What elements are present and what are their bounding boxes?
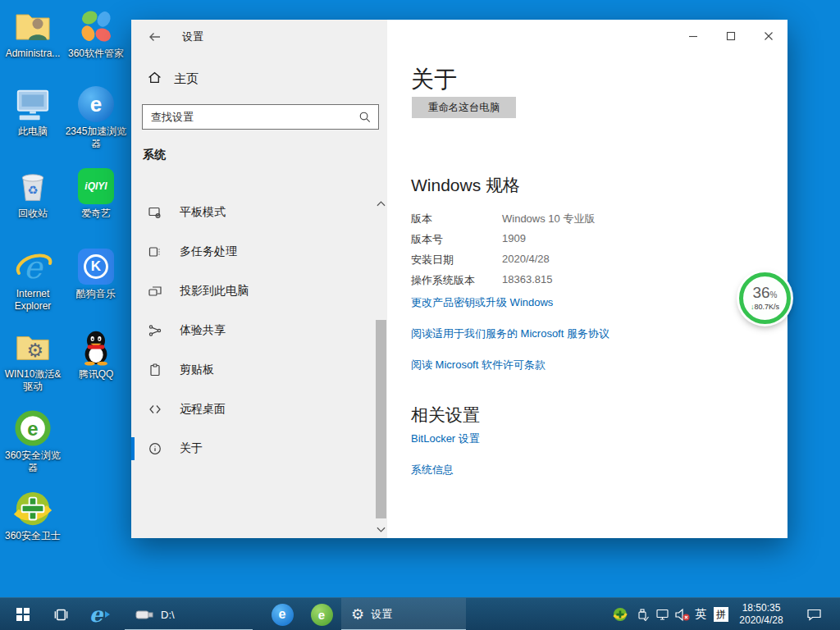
shared-experiences-icon bbox=[148, 324, 162, 337]
tablet-mode-icon bbox=[148, 206, 162, 219]
desktop-icon-360-safeguard[interactable]: 360安全卫士 bbox=[2, 489, 64, 542]
tray-ime-indicator[interactable]: 拼 bbox=[711, 598, 731, 630]
spec-row-os-build: 操作系统版本 18363.815 bbox=[411, 273, 756, 294]
tray-volume-muted-icon[interactable] bbox=[672, 598, 693, 630]
desktop-icon-label: 酷狗音乐 bbox=[65, 288, 127, 300]
sidebar-item-multitasking[interactable]: 多任务处理 bbox=[131, 235, 374, 268]
spec-label: 操作系统版本 bbox=[411, 273, 502, 294]
bitlocker-settings-link[interactable]: BitLocker 设置 bbox=[411, 431, 480, 446]
desktop-icon-label: 腾讯QQ bbox=[65, 368, 127, 381]
search-icon[interactable] bbox=[355, 111, 378, 123]
license-terms-link[interactable]: 阅读 Microsoft 软件许可条款 bbox=[411, 358, 546, 372]
search-input[interactable] bbox=[143, 111, 355, 123]
360-browser-icon: e bbox=[13, 409, 52, 448]
minimize-button[interactable] bbox=[674, 20, 712, 52]
tray-360-icon[interactable] bbox=[609, 598, 632, 630]
desktop-icon-2345-browser[interactable]: e 2345加速浏览器 bbox=[65, 84, 127, 150]
ie-arrow-icon bbox=[104, 610, 111, 619]
taskbar-settings-button[interactable]: ⚙ 设置 bbox=[341, 598, 466, 630]
tencent-qq-icon bbox=[76, 327, 116, 367]
tray-clock[interactable]: 18:50:35 2020/4/28 bbox=[732, 598, 791, 630]
settings-window: 设置 主页 系统 平板模式 多任务处理 bbox=[131, 20, 788, 538]
desktop-icon-internet-explorer[interactable]: e Internet Explorer bbox=[2, 247, 64, 313]
sidebar-item-shared-experiences[interactable]: 体验共享 bbox=[131, 314, 374, 347]
svg-text:e: e bbox=[27, 418, 38, 440]
system-info-link[interactable]: 系统信息 bbox=[411, 463, 454, 477]
desktop-icon-administrator[interactable]: Administra... bbox=[2, 7, 64, 60]
tray-language-indicator[interactable]: 英 bbox=[692, 598, 710, 630]
desktop-icon-label: 此电脑 bbox=[2, 126, 64, 138]
taskbar-360-browser-button[interactable]: e bbox=[304, 598, 340, 630]
about-icon bbox=[148, 442, 162, 455]
remote-desktop-icon bbox=[148, 403, 162, 416]
desktop-icon-label: 360安全卫士 bbox=[2, 530, 64, 542]
sidebar-item-label: 投影到此电脑 bbox=[180, 284, 249, 299]
start-button[interactable] bbox=[7, 598, 39, 630]
desktop-icon-360-browser[interactable]: e 360安全浏览器 bbox=[2, 409, 64, 474]
sidebar-scroll-up-icon[interactable] bbox=[375, 199, 386, 208]
sidebar-item-remote-desktop[interactable]: 远程桌面 bbox=[131, 393, 374, 426]
tray-network-icon[interactable] bbox=[652, 598, 673, 630]
sidebar-scrollbar-thumb[interactable] bbox=[376, 320, 386, 518]
desktop-icon-360-software-manager[interactable]: 360软件管家 bbox=[65, 7, 127, 60]
sidebar-item-about[interactable]: 关于 bbox=[131, 432, 374, 465]
tray-time: 18:50:35 bbox=[742, 602, 781, 614]
taskbar-ie-button[interactable]: e bbox=[82, 598, 118, 630]
svg-text:♻: ♻ bbox=[27, 184, 38, 197]
desktop-icon-win10-activate[interactable]: ⚙ WIN10激活&驱动 bbox=[2, 327, 64, 393]
change-product-key-link[interactable]: 更改产品密钥或升级 Windows bbox=[411, 295, 553, 310]
home-icon bbox=[148, 71, 162, 87]
desktop-icon-kugou-music[interactable]: K 酷狗音乐 bbox=[65, 247, 127, 300]
rename-pc-button[interactable]: 重命名这台电脑 bbox=[412, 97, 516, 118]
desktop-icon-tencent-qq[interactable]: 腾讯QQ bbox=[65, 327, 127, 381]
sidebar-scroll-down-icon[interactable] bbox=[375, 525, 386, 535]
internet-explorer-icon: e bbox=[13, 247, 52, 286]
desktop-icon-recycle-bin[interactable]: ♻ 回收站 bbox=[2, 167, 64, 220]
sidebar-item-clipboard[interactable]: 剪贴板 bbox=[131, 354, 374, 386]
spec-row-install-date: 安装日期 2020/4/28 bbox=[411, 253, 756, 273]
spec-value: Windows 10 专业版 bbox=[502, 212, 595, 232]
task-view-button[interactable] bbox=[44, 598, 77, 630]
related-settings-heading: 相关设置 bbox=[411, 404, 480, 427]
sidebar-item-home[interactable]: 主页 bbox=[148, 71, 199, 87]
spec-label: 版本号 bbox=[411, 232, 502, 253]
action-center-button[interactable] bbox=[797, 598, 830, 630]
desktop-icon-label: 爱奇艺 bbox=[65, 208, 127, 220]
settings-sidebar: 设置 主页 系统 平板模式 多任务处理 bbox=[131, 20, 387, 538]
desktop-icon-label: 回收站 bbox=[2, 208, 64, 220]
taskbar-button-label: D:\ bbox=[161, 609, 175, 621]
taskbar-2345-browser-button[interactable]: e bbox=[264, 598, 300, 630]
window-title: 设置 bbox=[182, 30, 203, 44]
tray-usb-icon[interactable] bbox=[632, 598, 653, 630]
memory-percent: 36% bbox=[752, 285, 777, 303]
desktop-icon-iqiyi[interactable]: iQIYI 爱奇艺 bbox=[65, 167, 127, 220]
windows-spec-heading: Windows 规格 bbox=[411, 174, 520, 197]
sidebar-item-label: 剪贴板 bbox=[180, 363, 214, 377]
360-speed-ball[interactable]: 36% ↓80.7K/s bbox=[739, 272, 791, 324]
this-pc-icon bbox=[13, 84, 52, 124]
spec-label: 安装日期 bbox=[411, 253, 502, 273]
desktop-icon-label: Internet Explorer bbox=[2, 288, 64, 313]
sidebar-item-tablet-mode[interactable]: 平板模式 bbox=[131, 196, 374, 229]
projecting-icon bbox=[148, 285, 162, 298]
2345-browser-icon: e bbox=[76, 84, 116, 124]
windows-logo-icon bbox=[16, 608, 30, 621]
maximize-button[interactable] bbox=[712, 20, 750, 52]
sidebar-item-label: 多任务处理 bbox=[180, 244, 237, 259]
services-agreement-link[interactable]: 阅读适用于我们服务的 Microsoft 服务协议 bbox=[411, 326, 609, 341]
360-software-manager-icon bbox=[76, 7, 116, 46]
search-box[interactable] bbox=[142, 104, 379, 130]
desktop-icon-label: 360安全浏览器 bbox=[2, 450, 64, 474]
multitasking-icon bbox=[148, 245, 162, 258]
spec-row-version: 版本号 1909 bbox=[411, 232, 756, 253]
desktop-icon-label: Administra... bbox=[2, 48, 64, 60]
taskbar-drive-d-button[interactable]: D:\ bbox=[125, 598, 253, 630]
sidebar-item-projecting[interactable]: 投影到此电脑 bbox=[131, 275, 374, 308]
spec-value: 18363.815 bbox=[502, 273, 552, 294]
close-button[interactable] bbox=[750, 20, 788, 52]
desktop-icon-this-pc[interactable]: 此电脑 bbox=[2, 84, 64, 138]
back-button[interactable] bbox=[141, 26, 169, 48]
spec-value: 1909 bbox=[502, 232, 526, 253]
task-view-icon bbox=[53, 607, 69, 623]
sidebar-item-label: 体验共享 bbox=[180, 323, 226, 338]
